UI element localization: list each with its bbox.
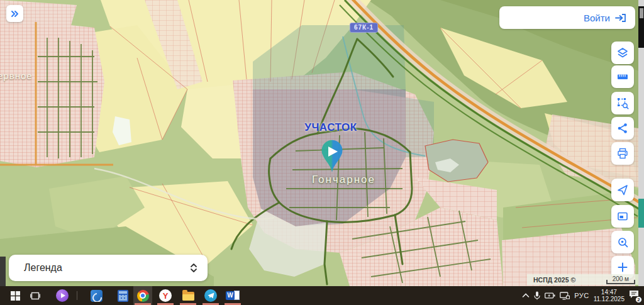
share-icon: [616, 122, 629, 135]
word-icon: W: [226, 290, 240, 301]
battery-icon[interactable]: [545, 292, 555, 299]
alisa-assistant-button[interactable]: [53, 286, 72, 305]
polygon-search-icon: [616, 97, 629, 109]
minimap-button[interactable]: [611, 205, 634, 228]
settlement-map-label: Гончарное: [312, 174, 375, 186]
alisa-icon: [56, 289, 69, 302]
login-button[interactable]: Войти: [499, 6, 635, 29]
mail-app-icon: [91, 290, 103, 302]
word-button[interactable]: W: [223, 286, 243, 305]
scale-bar: 200 м: [606, 275, 635, 284]
windows-logo-icon: [11, 291, 20, 301]
folder-icon: [182, 292, 194, 301]
task-view-button[interactable]: [26, 286, 44, 305]
taskbar-clock[interactable]: 14:47 11.12.2025: [594, 289, 625, 302]
map-canvas[interactable]: УЧАСТОК Гончарное ервное 67К-1 Войти: [0, 0, 644, 286]
notification-count-badge: 2: [635, 296, 642, 303]
clock-time: 14:47: [594, 289, 625, 296]
highway-route-badge: 67К-1: [350, 23, 378, 33]
scrollbar-thumb[interactable]: [640, 8, 643, 18]
window-edge-green-segment: [638, 199, 644, 228]
navigation-arrow-icon: [616, 184, 629, 196]
task-view-icon: [30, 291, 40, 301]
yandex-browser-button[interactable]: Y: [156, 286, 175, 305]
login-label: Войти: [584, 13, 610, 23]
printer-icon: [616, 147, 629, 160]
taskbar-separator: [77, 291, 77, 300]
ruler-icon: [616, 70, 629, 83]
plot-map-label: УЧАСТОК: [293, 121, 369, 134]
settlement-partial-label: ервное: [0, 70, 33, 81]
calculator-button[interactable]: [113, 286, 132, 305]
microphone-icon[interactable]: [534, 291, 540, 300]
hidden-icons-chevron[interactable]: [522, 293, 530, 298]
measure-button[interactable]: [611, 65, 634, 88]
double-chevron-right-icon: [10, 9, 20, 19]
expand-sidebar-button[interactable]: [6, 5, 23, 22]
mail-app-button[interactable]: [87, 286, 106, 305]
search-magnifier-icon: [616, 236, 629, 248]
language-indicator[interactable]: РУС: [574, 292, 589, 299]
location-pin-icon[interactable]: [318, 140, 346, 174]
windows-taskbar: Y W: [0, 286, 644, 305]
legend-dropdown[interactable]: Легенда: [9, 255, 208, 281]
clock-date: 11.12.2025: [594, 296, 625, 302]
map-attribution: НСПД 2025 © 200 м: [527, 274, 639, 285]
minimap-icon: [616, 210, 629, 223]
object-search-button[interactable]: [611, 231, 634, 253]
layers-button[interactable]: [611, 42, 634, 64]
copyright-text: НСПД 2025 ©: [533, 276, 575, 284]
calculator-icon: [118, 290, 128, 302]
telegram-button[interactable]: [201, 286, 220, 305]
file-explorer-button[interactable]: [179, 286, 197, 305]
yandex-browser-icon: Y: [159, 289, 172, 302]
notification-center-button[interactable]: 2: [629, 290, 639, 301]
login-icon: [615, 13, 626, 23]
plus-icon: [616, 261, 629, 274]
legend-label: Легенда: [24, 262, 62, 274]
share-button[interactable]: [611, 117, 634, 140]
display-icon[interactable]: [560, 292, 570, 300]
locate-me-button[interactable]: [611, 179, 634, 201]
chrome-icon: [137, 290, 149, 302]
desktop-screen: УЧАСТОК Гончарное ервное 67К-1 Войти: [0, 0, 644, 305]
print-button[interactable]: [611, 142, 634, 165]
chrome-button[interactable]: [133, 286, 152, 305]
layers-icon: [616, 47, 629, 59]
left-edge-dark-segment: [0, 257, 6, 286]
area-search-button[interactable]: [611, 92, 634, 114]
start-button[interactable]: [6, 286, 24, 305]
expand-collapse-chevrons-icon: [190, 262, 197, 274]
telegram-icon: [204, 289, 217, 302]
system-tray: РУС 14:47 11.12.2025 2: [522, 286, 639, 305]
